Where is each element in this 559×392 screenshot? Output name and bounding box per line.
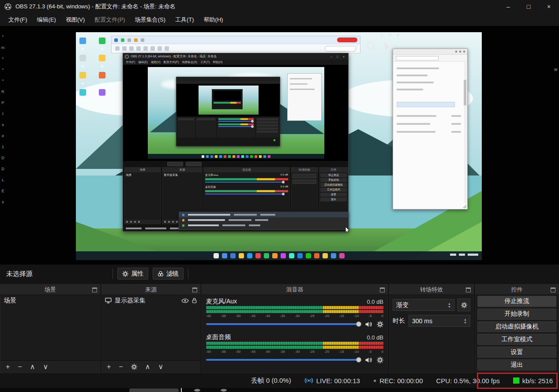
inner-menu-item: 编辑(E) [137,60,149,64]
mixer-channel-mic: 麦克风/Aux 0.0 dB -60-55-50-45-40-35-30-25-… [206,297,383,328]
size-label [451,123,461,125]
add-source-button[interactable]: + [107,363,111,370]
visibility-eye-icon[interactable] [181,299,189,303]
transition-select[interactable]: 渐变 ▲ ▼ [393,299,454,311]
source-properties-gear-icon[interactable] [131,364,137,370]
ribbon-icon [165,46,169,51]
nested-taskbar-icon [219,155,222,158]
spin-down-icon[interactable]: ▼ [448,305,451,308]
live-status: LIVE: 00:00:13 [304,377,360,385]
inner-menu-item: 视图(V) [150,60,162,64]
close-icon [463,51,465,52]
menu-item[interactable]: 场景集合(S) [130,13,170,26]
transitions-panel-title: 转场特效 [420,286,443,294]
minimize-button[interactable]: – [498,0,518,13]
inner-control-button: 工作室模式 [320,188,347,192]
speaker-icon[interactable] [365,357,372,363]
spin-up-icon[interactable]: ▲ [464,318,467,321]
inner-source-toolbar [123,161,348,167]
desktop-icon [79,55,86,61]
menu-item[interactable]: 配置文件(P) [90,13,130,26]
nested-taskbar-icon [224,155,226,158]
inner-properties-button [167,162,183,166]
transitions-panel-header[interactable]: 转场特效 [389,284,474,295]
bitrate-status: kb/s: 2516 [513,377,553,385]
volume-slider[interactable] [206,323,360,325]
edge-char: D [1,167,4,171]
source-list-item[interactable]: 显示器采集 [101,295,200,306]
dock-popout-icon[interactable] [380,287,385,292]
db-tick: -25 [309,350,315,354]
menu-item[interactable]: 文件(F) [4,13,32,26]
remove-source-button[interactable]: − [119,363,123,370]
add-scene-button[interactable]: + [6,363,10,370]
dock-popout-icon[interactable] [192,287,197,292]
transition-properties-button[interactable] [458,299,470,311]
volume-slider-handle[interactable] [356,357,361,362]
menu-item[interactable]: 编辑(E) [32,13,61,26]
studio-mode-button[interactable]: 工作室模式 [477,334,556,345]
channel-settings-gear-icon[interactable] [377,321,383,328]
scene-up-button[interactable]: ∧ [30,363,35,370]
nested-preview-2 [214,91,241,101]
start-virtual-camera-button[interactable]: 启动虚拟摄像机 [477,321,556,332]
desktop-icon [79,37,86,44]
mixer-channel-desktop: 桌面音频 0.0 dB -60-55-50-45-40-35-30-25-20-… [206,333,383,364]
close-button[interactable]: × [539,0,559,13]
bitrate-value: kb/s: 2516 [522,377,553,385]
spin-up-icon[interactable]: ▲ [448,302,451,305]
properties-label: 属性 [131,270,143,278]
ribbon-icon [115,46,120,51]
source-up-button[interactable]: ∧ [145,363,150,370]
menu-item[interactable]: 工具(T) [170,13,199,26]
size-label [451,131,461,133]
mixer-panel-header[interactable]: 混音器 [202,284,388,295]
menu-item[interactable]: 帮助(H) [199,13,228,26]
dock-popout-icon[interactable] [551,287,555,292]
desktop-icon [79,72,86,78]
properties-button[interactable]: 属性 [117,268,148,280]
controls-panel-header[interactable]: 控件 [475,284,559,295]
text-line [290,83,308,85]
file-icon [182,224,184,227]
db-tick: -10 [354,314,359,318]
stop-streaming-button[interactable]: 停止推流 [477,296,556,307]
exit-button[interactable]: 退出 [477,359,556,370]
volume-slider[interactable] [206,359,360,361]
settings-button[interactable]: 设置 [477,347,556,358]
duration-spin-arrows[interactable]: ▲ ▼ [464,318,467,324]
lock-icon[interactable] [192,298,197,303]
spin-down-icon[interactable]: ▼ [464,321,467,324]
inner-preview [123,65,348,161]
sources-panel-header[interactable]: 来源 [101,284,200,295]
edge-char: * [2,67,4,72]
inner-volume-slider [205,194,283,194]
scene-down-button[interactable]: ∨ [43,363,48,370]
sliver-shape [194,389,200,392]
sources-panel: 来源 显示器采集 + [101,284,201,373]
duration-spinbox[interactable]: 300 ms ▲ ▼ [409,315,470,327]
scenes-panel-header[interactable]: 场景 [0,284,100,295]
edge-char: * [2,34,4,39]
scene-list-item[interactable]: 场景 [0,295,100,306]
desktop-icon [79,89,86,96]
taskbar-icon [222,253,227,258]
volume-slider-handle[interactable] [356,321,361,327]
maximize-button[interactable]: □ [518,0,539,13]
start-recording-button[interactable]: 开始录制 [477,309,556,320]
filters-button[interactable]: 滤镜 [153,268,184,280]
nested-taskbar-icon [228,155,231,158]
preview-canvas[interactable]: – □ × [76,32,482,260]
remove-scene-button[interactable]: − [18,363,22,370]
combo-spin-arrows[interactable]: ▲ ▼ [448,302,451,308]
transition-selected-value: 渐变 [396,301,409,309]
channel-settings-gear-icon[interactable] [377,357,383,363]
dock-popout-icon[interactable] [466,287,471,292]
source-down-button[interactable]: ∨ [158,363,163,370]
text-line [397,75,428,76]
dock-popout-icon[interactable] [92,287,97,292]
menu-item[interactable]: 视图(V) [61,13,90,26]
scenes-toolbar: + − ∧ ∨ [0,360,100,373]
speaker-icon[interactable] [365,321,372,328]
rec-status: ● REC: 00:00:00 [373,377,423,385]
